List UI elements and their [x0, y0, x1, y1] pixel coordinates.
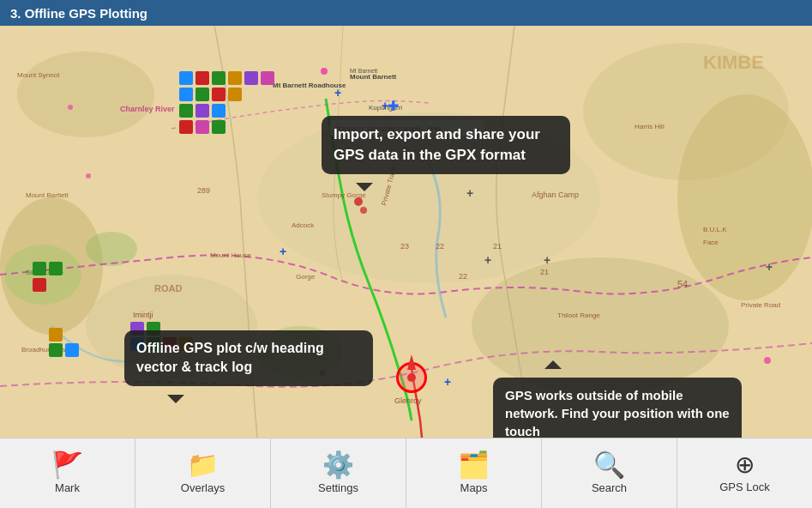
- svg-rect-67: [212, 88, 226, 101]
- toolbar-item-overlays[interactable]: 📁 Overlays: [135, 438, 271, 508]
- svg-text:Face: Face: [703, 239, 719, 246]
- svg-text:Mount Synnot: Mount Synnot: [17, 71, 60, 79]
- svg-text:ROAD: ROAD: [154, 283, 182, 293]
- svg-text:Mount House: Mount House: [210, 251, 251, 259]
- callout-gpx: Import, export and share your GPS data i…: [322, 116, 570, 174]
- svg-text:+: +: [766, 260, 773, 274]
- svg-rect-82: [33, 262, 46, 275]
- overlays-icon: 📁: [187, 452, 219, 478]
- map-area[interactable]: Charnley River Mount Synnot Mount Bartle…: [0, 26, 812, 438]
- svg-rect-66: [195, 88, 209, 101]
- svg-text:Mt Barnett: Mt Barnett: [350, 68, 377, 74]
- svg-rect-87: [49, 328, 63, 342]
- svg-point-9: [86, 232, 137, 266]
- gps-lock-label: GPS Lock: [719, 481, 770, 493]
- svg-text:Charnley River: Charnley River: [120, 105, 175, 113]
- svg-text:+: +: [544, 253, 550, 267]
- svg-text:Gorge: Gorge: [296, 273, 316, 281]
- svg-text:Mount Barnett: Mount Barnett: [350, 73, 397, 81]
- callout-offline: Offline GPS plot c/w heading vector & tr…: [124, 330, 373, 386]
- svg-text:289: 289: [197, 186, 210, 195]
- callout-gps: GPS works outside of mobile network. Fin…: [493, 378, 742, 438]
- svg-rect-73: [195, 120, 209, 134]
- svg-rect-59: [179, 71, 193, 85]
- toolbar-item-mark[interactable]: 🚩 Mark: [0, 438, 135, 508]
- callout-gpx-text: Import, export and share your GPS data i…: [334, 126, 540, 163]
- toolbar-item-gps-lock[interactable]: ⊕ GPS Lock: [677, 438, 812, 508]
- toolbar-item-maps[interactable]: 🗂️ Maps: [406, 438, 542, 508]
- svg-text:Adcock: Adcock: [292, 221, 315, 229]
- svg-rect-71: [212, 104, 226, 118]
- svg-text:21: 21: [540, 268, 549, 276]
- mark-icon: 🚩: [51, 452, 83, 478]
- gps-marker: [396, 362, 427, 393]
- svg-text:+: +: [466, 186, 473, 200]
- settings-icon: ⚙️: [322, 452, 354, 478]
- svg-text:+: +: [444, 375, 451, 389]
- svg-text:21: 21: [493, 242, 502, 251]
- svg-point-52: [321, 68, 328, 75]
- svg-text:+: +: [280, 245, 286, 258]
- toolbar-item-search[interactable]: 🔍 Search: [542, 438, 677, 508]
- svg-point-58: [764, 357, 771, 364]
- svg-point-4: [472, 257, 729, 395]
- title-bar: 3. Offline GPS Plotting: [0, 0, 812, 26]
- svg-text:B.U.L.K: B.U.L.K: [703, 226, 727, 233]
- svg-rect-86: [65, 343, 79, 357]
- search-icon: 🔍: [593, 452, 625, 478]
- search-label: Search: [592, 481, 627, 494]
- callout-gps-text: GPS works outside of mobile network. Fin…: [505, 388, 730, 438]
- svg-text:KIMBE: KIMBE: [703, 51, 764, 73]
- svg-text:Broadhurst Pass: Broadhurst Pass: [21, 346, 72, 354]
- svg-text:22: 22: [459, 272, 467, 281]
- svg-text:Afghan Camp: Afghan Camp: [532, 190, 579, 199]
- svg-text:Glenroy: Glenroy: [394, 396, 422, 405]
- svg-rect-85: [49, 343, 63, 357]
- toolbar: 🚩 Mark 📁 Overlays ⚙️ Settings 🗂️ Maps 🔍 …: [0, 438, 812, 508]
- app: 3. Offline GPS Plotting: [0, 0, 812, 508]
- gps-direction: [407, 354, 416, 370]
- svg-point-54: [86, 173, 91, 178]
- svg-text:Mt Barnett Roadhouse: Mt Barnett Roadhouse: [273, 82, 346, 89]
- svg-text:23: 23: [400, 242, 409, 251]
- svg-point-55: [354, 197, 363, 206]
- svg-rect-68: [228, 88, 242, 101]
- svg-rect-61: [212, 71, 226, 85]
- settings-label: Settings: [318, 481, 358, 494]
- svg-rect-60: [195, 71, 209, 85]
- svg-text:+: +: [484, 253, 491, 267]
- svg-rect-70: [195, 104, 209, 118]
- svg-rect-72: [179, 120, 193, 134]
- maps-label: Maps: [460, 481, 488, 494]
- svg-rect-69: [179, 104, 193, 118]
- svg-text:Harris Hill: Harris Hill: [635, 123, 665, 130]
- svg-text:Thiloot Range: Thiloot Range: [557, 311, 600, 319]
- svg-rect-63: [244, 71, 258, 85]
- svg-point-53: [68, 105, 73, 110]
- svg-rect-74: [212, 120, 226, 134]
- svg-text:54: 54: [677, 279, 688, 289]
- svg-rect-84: [33, 278, 46, 292]
- svg-point-56: [360, 207, 367, 214]
- title-text: 3. Offline GPS Plotting: [10, 6, 147, 21]
- mark-label: Mark: [55, 481, 80, 494]
- svg-text:Mount Bartlett: Mount Bartlett: [26, 191, 69, 199]
- gps-marker-center: [407, 373, 416, 382]
- svg-rect-83: [49, 262, 63, 275]
- callout-offline-text: Offline GPS plot c/w heading vector & tr…: [136, 341, 324, 374]
- svg-point-1: [17, 51, 154, 137]
- svg-rect-65: [179, 88, 193, 101]
- svg-text:22: 22: [436, 242, 444, 251]
- svg-text:Private Road: Private Road: [741, 301, 780, 309]
- svg-rect-62: [228, 71, 242, 85]
- svg-text:✚: ✚: [388, 99, 399, 113]
- svg-text:Imintji: Imintji: [133, 311, 153, 319]
- svg-point-6: [677, 94, 812, 300]
- overlays-label: Overlays: [181, 481, 225, 494]
- svg-rect-64: [261, 71, 274, 85]
- gps-lock-icon: ⊕: [735, 453, 755, 477]
- maps-icon: 🗂️: [458, 452, 490, 478]
- toolbar-item-settings[interactable]: ⚙️ Settings: [271, 438, 406, 508]
